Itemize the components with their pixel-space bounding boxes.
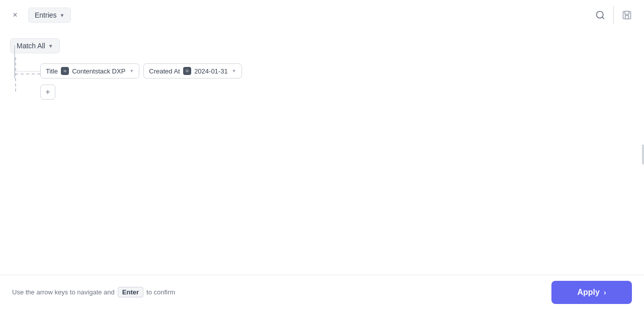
hint-prefix: Use the arrow keys to navigate and bbox=[12, 288, 115, 296]
title-operator-badge: ≈ bbox=[61, 67, 69, 75]
top-bar-left: × Entries ▼ bbox=[8, 8, 71, 23]
close-button[interactable]: × bbox=[8, 8, 22, 22]
created-at-value: 2024-01-31 bbox=[194, 67, 228, 75]
svg-rect-4 bbox=[625, 16, 629, 19]
match-all-dropdown[interactable]: Match All ▼ bbox=[10, 38, 60, 53]
created-at-field-name: Created At bbox=[149, 67, 180, 75]
apply-button[interactable]: Apply › bbox=[551, 281, 632, 304]
title-field-name: Title bbox=[46, 67, 58, 75]
apply-label: Apply bbox=[577, 288, 599, 297]
title-value: Contentstack DXP bbox=[72, 67, 125, 75]
save-button[interactable] bbox=[618, 6, 636, 24]
entries-chevron-icon: ▼ bbox=[60, 13, 65, 18]
filter-row: Title ≈ Contentstack DXP ▼ Created At = … bbox=[40, 63, 634, 79]
save-icon bbox=[622, 10, 632, 20]
connector-line-horizontal bbox=[15, 73, 40, 74]
top-bar-right bbox=[591, 6, 636, 24]
search-button[interactable] bbox=[591, 6, 609, 24]
connector-line-vertical bbox=[15, 57, 16, 92]
top-bar: × Entries ▼ bbox=[0, 0, 644, 30]
entries-dropdown[interactable]: Entries ▼ bbox=[28, 8, 71, 23]
match-all-chevron-icon: ▼ bbox=[48, 43, 53, 49]
hint-suffix: to confirm bbox=[146, 288, 175, 296]
enter-key-badge: Enter bbox=[118, 287, 143, 297]
title-filter-chip[interactable]: Title ≈ Contentstack DXP ▼ bbox=[40, 63, 139, 79]
toolbar-divider bbox=[613, 6, 614, 24]
keyboard-hint: Use the arrow keys to navigate and Enter… bbox=[12, 287, 175, 297]
created-at-filter-chip[interactable]: Created At = 2024-01-31 ▼ bbox=[143, 63, 242, 79]
created-at-operator-badge: = bbox=[183, 67, 191, 75]
entries-label: Entries bbox=[35, 11, 57, 19]
match-all-label: Match All bbox=[17, 42, 45, 50]
add-filter-button[interactable]: + bbox=[40, 85, 55, 100]
apply-chevron-icon: › bbox=[604, 288, 606, 296]
created-at-chip-chevron-icon: ▼ bbox=[232, 68, 236, 73]
resize-handle[interactable] bbox=[642, 144, 644, 165]
svg-line-1 bbox=[602, 17, 604, 19]
title-chip-chevron-icon: ▼ bbox=[129, 68, 134, 73]
bottom-bar: Use the arrow keys to navigate and Enter… bbox=[0, 275, 644, 309]
search-icon bbox=[595, 10, 605, 20]
filter-area: Match All ▼ Title ≈ Contentstack DXP ▼ C… bbox=[0, 30, 644, 108]
svg-rect-3 bbox=[625, 12, 629, 15]
